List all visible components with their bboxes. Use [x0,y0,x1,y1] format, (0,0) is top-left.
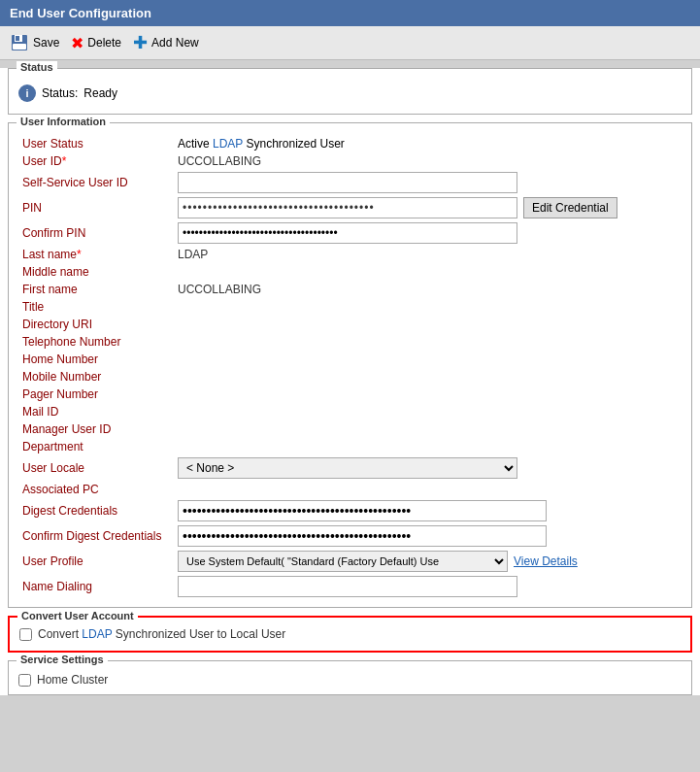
status-section: Status i Status: Ready [8,68,692,115]
table-row: Middle name [18,263,682,281]
home-cluster-checkbox[interactable] [18,674,31,687]
name-dialing-value [174,574,682,599]
table-row: Title [18,298,682,316]
save-label: Save [33,36,59,50]
table-row: Digest Credentials [18,498,682,523]
user-locale-value: < None > [174,455,682,481]
status-row: i Status: Ready [18,81,682,106]
status-section-title: Status [17,61,57,73]
user-locale-label: User Locale [18,455,174,481]
confirm-pin-value [174,220,682,246]
table-row: User Profile Use System Default( "Standa… [18,549,682,574]
home-cluster-label: Home Cluster [37,673,108,687]
status-label: Status: [42,86,78,100]
associated-pc-label: Associated PC [18,481,174,498]
page-title: End User Configuration [10,6,151,20]
table-row: User Status Active LDAP Synchronized Use… [18,135,682,152]
add-new-button[interactable]: ✚ Add New [133,32,199,53]
manager-userid-label: Manager User ID [18,420,174,438]
pin-value: Edit Credential [174,195,682,220]
convert-checkbox[interactable] [19,628,32,641]
delete-button[interactable]: ✖ Delete [71,34,121,52]
table-row: User ID* UCCOLLABING [18,152,682,170]
save-button[interactable]: Save [10,33,59,52]
delete-label: Delete [87,36,121,50]
lastname-value: LDAP [174,246,682,263]
pager-number-value [174,386,682,403]
middlename-label: Middle name [18,263,174,281]
department-label: Department [18,438,174,455]
table-row: Directory URI [18,316,682,333]
middlename-value [174,263,682,281]
userid-label: User ID* [18,152,174,170]
ldap-label: LDAP [82,627,112,641]
user-status-label: User Status [18,135,174,152]
table-row: First name UCCOLLABING [18,281,682,298]
telephone-value [174,333,682,351]
home-cluster-row: Home Cluster [18,673,682,687]
title-bar: End User Configuration [0,0,700,26]
mobile-number-value [174,368,682,386]
lastname-text: LDAP [178,248,208,261]
userid-value: UCCOLLABING [174,152,682,170]
mail-id-label: Mail ID [18,403,174,420]
associated-pc-value [174,481,682,498]
delete-icon: ✖ [71,34,83,52]
svg-rect-3 [13,44,26,50]
table-row: PIN Edit Credential [18,195,682,220]
manager-userid-value [174,420,682,438]
user-profile-select[interactable]: Use System Default( "Standard (Factory D… [178,551,508,572]
required-star: * [77,248,82,261]
pin-input[interactable] [178,197,517,218]
user-status-text: Active LDAP Synchronized User [178,137,345,151]
table-row: Pager Number [18,386,682,403]
main-content: Status i Status: Ready User Information … [0,68,700,695]
convert-content: Convert LDAP Synchronized User to Local … [10,618,690,651]
home-number-value [174,351,682,368]
mobile-number-label: Mobile Number [18,368,174,386]
table-row: Confirm Digest Credentials [18,523,682,549]
digest-cred-input[interactable] [178,500,547,521]
title-label: Title [18,298,174,316]
status-content: i Status: Ready [9,69,691,114]
digest-cred-label: Digest Credentials [18,498,174,523]
mail-id-value [174,403,682,420]
department-value [174,438,682,455]
add-new-label: Add New [151,36,199,50]
user-profile-label: User Profile [18,549,174,574]
table-row: Home Number [18,351,682,368]
service-settings-content: Home Cluster [9,661,691,694]
info-icon: i [18,84,36,102]
save-icon [10,33,29,52]
service-settings-title: Service Settings [17,654,108,665]
table-row: Telephone Number [18,333,682,351]
table-row: Self-Service User ID [18,170,682,195]
user-info-content: User Status Active LDAP Synchronized Use… [9,123,691,607]
toolbar: Save ✖ Delete ✚ Add New [0,26,700,60]
table-row: Name Dialing [18,574,682,599]
firstname-label: First name [18,281,174,298]
user-profile-value: Use System Default( "Standard (Factory D… [174,549,682,574]
table-row: Mobile Number [18,368,682,386]
convert-checkbox-label: Convert LDAP Synchronized User to Local … [38,627,285,641]
status-value: Ready [83,86,117,100]
confirm-digest-input[interactable] [178,525,547,547]
user-locale-select[interactable]: < None > [178,457,517,479]
userid-text: UCCOLLABING [178,154,261,168]
self-service-label: Self-Service User ID [18,170,174,195]
table-row: Confirm PIN [18,220,682,246]
confirm-pin-input[interactable] [178,222,517,244]
add-icon: ✚ [133,32,148,53]
self-service-input[interactable] [178,172,517,193]
table-row: Last name* LDAP [18,246,682,263]
service-settings-section: Service Settings Home Cluster [8,660,692,695]
name-dialing-input[interactable] [178,576,517,597]
pin-label: PIN [18,195,174,220]
directory-uri-value [174,316,682,333]
self-service-value [174,170,682,195]
edit-credential-button[interactable]: Edit Credential [523,197,617,218]
user-info-table: User Status Active LDAP Synchronized Use… [18,135,682,599]
confirm-digest-value [174,523,682,549]
user-status-value: Active LDAP Synchronized User [174,135,682,152]
view-details-link[interactable]: View Details [514,554,578,568]
